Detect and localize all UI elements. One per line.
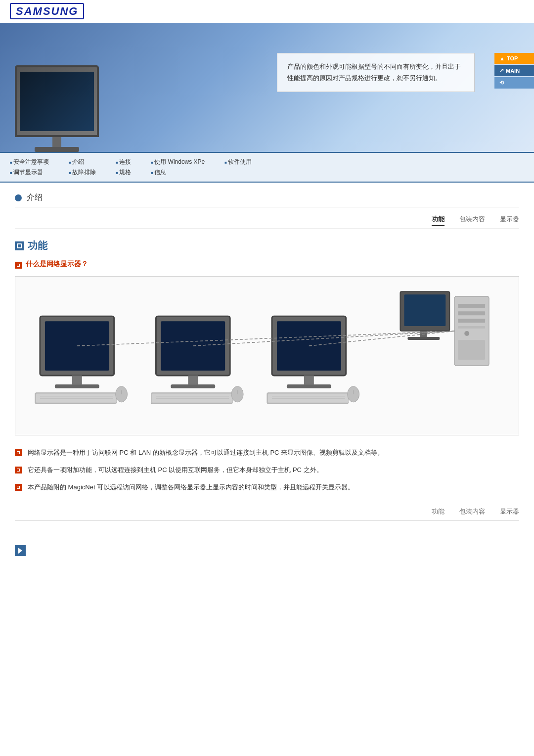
main-label: MAIN <box>506 68 520 74</box>
bottom-tab-display[interactable]: 显示器 <box>500 507 519 518</box>
nav-menu-inner: 安全注意事项 调节显示器 介绍 故障排除 连接 规格 使用 Windows XP… <box>10 157 524 178</box>
sub-bullet-inner <box>17 264 20 267</box>
bullet-text-1: 网络显示器是一种用于访问联网 PC 和 LAN 的新概念显示器，它可以通过连接到… <box>28 448 384 458</box>
svg-rect-37 <box>458 319 485 323</box>
svg-rect-21 <box>277 321 341 371</box>
svg-rect-13 <box>171 384 215 388</box>
monitor-base <box>35 147 79 152</box>
banner: 产品的颜色和外观可能根据型号的不同而有所变化，并且出于性能提高的原因对产品规格进… <box>0 23 534 152</box>
bullet-icon-2 <box>15 467 22 473</box>
list-item: 网络显示器是一种用于访问联网 PC 和 LAN 的新概念显示器，它可以通过连接到… <box>15 448 519 458</box>
func-icon-inner <box>17 243 22 248</box>
bullet-text-2: 它还具备一项附加功能，可以远程连接到主机 PC 以使用互联网服务，但它本身却独立… <box>28 465 323 475</box>
home-icon: ⟲ <box>499 80 504 86</box>
bottom-tab-gonneng[interactable]: 功能 <box>432 507 445 518</box>
bullet-inner-3 <box>17 486 20 489</box>
top-button[interactable]: ▲ TOP <box>494 53 534 64</box>
bullet-icon-3 <box>15 484 22 491</box>
nav-item-connect[interactable]: 连接 <box>116 157 131 167</box>
main-icon: ↗ <box>499 67 504 74</box>
main-content: 介绍 功能 包装内容 显示器 功能 什么是网络显示器？ <box>0 183 534 540</box>
monitor-center <box>151 316 243 404</box>
section-bullet-icon <box>15 194 22 201</box>
monitor-screen <box>20 72 94 131</box>
network-diagram <box>25 286 509 425</box>
bullet-icon-1 <box>15 449 22 456</box>
logo-text: SAMSUNG <box>10 3 84 19</box>
svg-rect-5 <box>36 394 117 403</box>
right-arrow-icon <box>18 548 22 554</box>
svg-rect-1 <box>45 321 109 371</box>
nav-col-2: 介绍 故障排除 <box>69 157 96 178</box>
tab-display[interactable]: 显示器 <box>500 215 519 226</box>
bullet-inner-1 <box>17 451 20 454</box>
svg-rect-11 <box>161 321 225 371</box>
sub-heading: 什么是网络显示器？ <box>15 260 519 269</box>
section-title-bar: 介绍 <box>15 192 519 207</box>
svg-point-39 <box>464 331 469 336</box>
svg-rect-38 <box>458 326 485 329</box>
monitor-right <box>267 316 359 404</box>
next-page-button[interactable] <box>15 545 26 556</box>
nav-item-spec[interactable]: 规格 <box>116 167 131 178</box>
nav-item-trouble[interactable]: 故障排除 <box>69 167 96 178</box>
bullet-list: 网络显示器是一种用于访问联网 PC 和 LAN 的新概念显示器，它可以通过连接到… <box>15 448 519 492</box>
nav-col-5: 软件使用 <box>224 157 252 178</box>
monitor-neck <box>52 137 61 147</box>
bullet-text-3: 本产品随附的 MagicNet 可以远程访问网络，调整各网络显示器上显示内容的时… <box>28 482 354 493</box>
samsung-logo: SAMSUNG <box>10 5 84 18</box>
func-title: 功能 <box>28 239 47 252</box>
nav-col-4: 使用 Windows XPe 信息 <box>151 157 205 178</box>
svg-rect-33 <box>407 337 440 340</box>
nav-item-intro[interactable]: 介绍 <box>69 157 96 167</box>
banner-text-box: 产品的颜色和外观可能根据型号的不同而有所变化，并且出于性能提高的原因对产品规格进… <box>277 53 475 92</box>
nav-item-info[interactable]: 信息 <box>151 167 205 178</box>
list-item: 本产品随附的 MagicNet 可以远程访问网络，调整各网络显示器上显示内容的时… <box>15 482 519 493</box>
tab-package[interactable]: 包装内容 <box>459 215 485 226</box>
top-tab-nav: 功能 包装内容 显示器 <box>15 215 519 229</box>
bullet-inner-2 <box>17 469 20 472</box>
svg-rect-40 <box>458 340 485 360</box>
svg-rect-2 <box>72 376 82 384</box>
svg-line-41 <box>77 331 454 346</box>
monitor-left-1 <box>35 316 128 404</box>
header: SAMSUNG <box>0 0 534 23</box>
svg-rect-23 <box>287 384 331 388</box>
func-icon <box>15 241 24 250</box>
top-label: TOP <box>507 55 518 61</box>
nav-col-1: 安全注意事项 调节显示器 <box>10 157 49 178</box>
nav-item-safety[interactable]: 安全注意事项 <box>10 157 49 167</box>
func-heading: 功能 <box>15 239 519 252</box>
bottom-tab-package[interactable]: 包装内容 <box>459 507 485 518</box>
sub-title: 什么是网络显示器？ <box>26 260 88 269</box>
svg-rect-12 <box>188 376 198 384</box>
tab-gonneng[interactable]: 功能 <box>432 215 445 226</box>
sub-bullet-icon <box>15 262 22 269</box>
svg-rect-35 <box>458 304 485 308</box>
svg-rect-36 <box>458 311 485 315</box>
monitor-frame <box>15 65 99 137</box>
bottom-tab-nav: 功能 包装内容 显示器 <box>15 507 519 520</box>
svg-rect-3 <box>55 384 99 388</box>
nav-item-adjust[interactable]: 调节显示器 <box>10 167 49 178</box>
tower-pc <box>400 291 489 366</box>
main-button[interactable]: ↗ MAIN <box>494 65 534 76</box>
svg-rect-22 <box>304 376 314 384</box>
banner-monitor <box>15 65 99 152</box>
svg-rect-31 <box>404 294 445 326</box>
banner-text: 产品的颜色和外观可能根据型号的不同而有所变化，并且出于性能提高的原因对产品规格进… <box>287 61 464 84</box>
diagram-box <box>15 276 519 435</box>
up-arrow-icon: ▲ <box>499 55 505 61</box>
nav-col-3: 连接 规格 <box>116 157 131 178</box>
svg-rect-25 <box>268 394 349 403</box>
nav-menu: 安全注意事项 调节显示器 介绍 故障排除 连接 规格 使用 Windows XP… <box>0 152 534 183</box>
nav-item-software[interactable]: 软件使用 <box>224 157 252 167</box>
nav-item-winxpe[interactable]: 使用 Windows XPe <box>151 157 205 167</box>
home-button[interactable]: ⟲ <box>494 77 534 89</box>
list-item: 它还具备一项附加功能，可以远程连接到主机 PC 以使用互联网服务，但它本身却独立… <box>15 465 519 475</box>
side-nav: ▲ TOP ↗ MAIN ⟲ <box>494 53 534 89</box>
footer-nav <box>0 540 534 566</box>
svg-rect-15 <box>152 394 232 403</box>
section-title: 介绍 <box>27 192 43 203</box>
